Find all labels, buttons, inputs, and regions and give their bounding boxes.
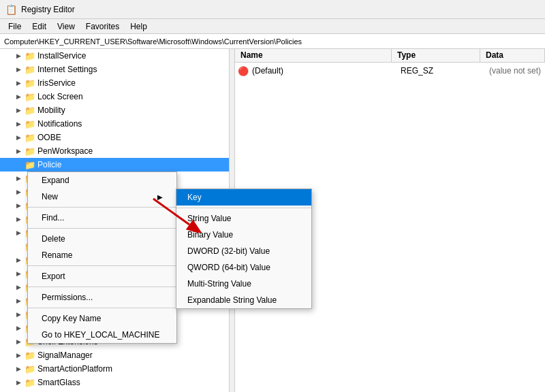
- submenu-expandable-string-value[interactable]: Expandable String Value: [176, 292, 311, 308]
- folder-icon: 📁: [25, 64, 35, 75]
- ctx-find[interactable]: Find...: [28, 210, 176, 226]
- menu-bar: File Edit View Favorites Help: [0, 19, 545, 34]
- tree-item-start[interactable]: ▶ 📁 Start: [0, 389, 234, 392]
- tree-item-signalmgr[interactable]: ▶ 📁 SignalManager: [0, 348, 234, 362]
- title-bar: 📋 Registry Editor: [0, 0, 545, 19]
- submenu-key[interactable]: Key: [176, 189, 311, 206]
- ctx-export[interactable]: Export: [28, 268, 176, 284]
- folder-icon: 📁: [25, 105, 35, 116]
- value-data: (value not set): [489, 66, 541, 76]
- expand-arrow: ▶: [16, 80, 25, 86]
- tree-item-lockscreen[interactable]: ▶ 📁 Lock Screen: [0, 90, 234, 103]
- ctx-new[interactable]: New ▶: [28, 189, 176, 205]
- tree-item-smartglass[interactable]: ▶ 📁 SmartGlass: [0, 376, 234, 389]
- expand-arrow: ▶: [16, 257, 25, 263]
- ctx-delete[interactable]: Delete: [28, 231, 176, 247]
- tree-item-oobe[interactable]: ▶ 📁 OOBE: [0, 131, 234, 144]
- expand-arrow: ▶: [16, 365, 25, 372]
- folder-icon: 📁: [25, 350, 35, 361]
- expand-arrow: ▶: [16, 216, 25, 223]
- value-icon: 🔴: [238, 66, 250, 76]
- expand-arrow: ▶: [16, 66, 25, 73]
- expand-arrow: ▶: [16, 229, 25, 236]
- expand-arrow: ▶: [16, 134, 25, 141]
- expand-arrow: ▶: [16, 297, 25, 304]
- value-type: REG_SZ: [401, 66, 489, 76]
- ctx-separator-1: [28, 207, 176, 208]
- tree-item-penworkspace[interactable]: ▶ 📁 PenWorkspace: [0, 144, 234, 158]
- folder-icon: 📁: [25, 91, 35, 102]
- col-header-type: Type: [392, 49, 480, 62]
- tree-item-installservice[interactable]: ▶ 📁 InstallService: [0, 49, 234, 63]
- folder-icon: 📁: [25, 118, 35, 129]
- submenu-multistring-value[interactable]: Multi-String Value: [176, 276, 311, 292]
- expand-arrow: ▶: [16, 270, 25, 277]
- col-header-data: Data: [480, 49, 545, 62]
- expand-arrow: ▶: [16, 352, 25, 359]
- ctx-separator-4: [28, 287, 176, 287]
- submenu: Key String Value Binary Value DWORD (32-…: [176, 189, 312, 309]
- submenu-dword-value[interactable]: DWORD (32-bit) Value: [176, 243, 311, 259]
- submenu-string-value[interactable]: String Value: [176, 210, 311, 227]
- folder-icon: 📁: [25, 50, 35, 61]
- menu-view[interactable]: View: [52, 20, 80, 33]
- tree-item-irisservice[interactable]: ▶ 📁 IrisService: [0, 76, 234, 90]
- menu-file[interactable]: File: [3, 20, 27, 33]
- value-name: (Default): [252, 66, 401, 76]
- expand-arrow: ▶: [16, 120, 25, 127]
- submenu-separator: [176, 208, 311, 208]
- expand-arrow: ▶: [16, 338, 25, 345]
- app-title: Registry Editor: [21, 5, 75, 14]
- expand-arrow: ▶: [16, 284, 25, 291]
- expand-arrow: ▶: [16, 325, 25, 331]
- main-area: ▶ 📁 InstallService ▶ 📁 Internet Settings…: [0, 49, 545, 392]
- app-icon: 📋: [5, 4, 17, 15]
- tree-item-notifications[interactable]: ▶ 📁 Notifications: [0, 117, 234, 131]
- menu-favorites[interactable]: Favorites: [80, 20, 125, 33]
- ctx-separator-2: [28, 228, 176, 229]
- expand-arrow: ▶: [16, 379, 25, 386]
- submenu-arrow-icon: ▶: [157, 193, 163, 201]
- expand-arrow: ▶: [16, 107, 25, 114]
- submenu-binary-value[interactable]: Binary Value: [176, 227, 311, 243]
- expand-arrow: ▶: [16, 311, 25, 318]
- tree-item-policies[interactable]: 📁 Policie: [0, 158, 234, 172]
- col-header-name: Name: [235, 49, 392, 62]
- ctx-separator-3: [28, 265, 176, 266]
- ctx-gotohklm[interactable]: Go to HKEY_LOCAL_MACHINE: [28, 327, 176, 343]
- folder-icon: 📁: [25, 377, 35, 388]
- value-row-default[interactable]: 🔴 (Default) REG_SZ (value not set): [235, 64, 545, 78]
- folder-icon: 📁: [25, 363, 35, 374]
- ctx-copykeyname[interactable]: Copy Key Name: [28, 310, 176, 327]
- folder-icon: 📁: [25, 159, 35, 170]
- expand-arrow: ▶: [16, 175, 25, 182]
- ctx-separator-5: [28, 308, 176, 308]
- address-bar: Computer\HKEY_CURRENT_USER\Software\Micr…: [0, 34, 545, 49]
- folder-icon: 📁: [25, 78, 35, 88]
- ctx-permissions[interactable]: Permissions...: [28, 289, 176, 306]
- right-content: 🔴 (Default) REG_SZ (value not set): [235, 63, 545, 79]
- tree-item-smartaction[interactable]: ▶ 📁 SmartActionPlatform: [0, 362, 234, 376]
- expand-arrow: ▶: [16, 93, 25, 100]
- menu-edit[interactable]: Edit: [27, 20, 52, 33]
- expand-arrow: ▶: [16, 52, 25, 59]
- address-path: Computer\HKEY_CURRENT_USER\Software\Micr…: [4, 37, 302, 46]
- expand-arrow: ▶: [16, 148, 25, 154]
- menu-help[interactable]: Help: [125, 20, 153, 33]
- expand-arrow: ▶: [16, 202, 25, 209]
- ctx-expand[interactable]: Expand: [28, 172, 176, 189]
- column-header: Name Type Data: [235, 49, 545, 63]
- folder-icon: 📁: [25, 132, 35, 143]
- submenu-qword-value[interactable]: QWORD (64-bit) Value: [176, 259, 311, 276]
- context-menu: Expand New ▶ Find... Delete Rename Expor…: [27, 172, 177, 344]
- expand-arrow: ▶: [16, 189, 25, 195]
- tree-item-internetsettings[interactable]: ▶ 📁 Internet Settings: [0, 63, 234, 76]
- tree-item-mobility[interactable]: ▶ 📁 Mobility: [0, 103, 234, 117]
- ctx-rename[interactable]: Rename: [28, 247, 176, 263]
- folder-icon: 📁: [25, 146, 35, 157]
